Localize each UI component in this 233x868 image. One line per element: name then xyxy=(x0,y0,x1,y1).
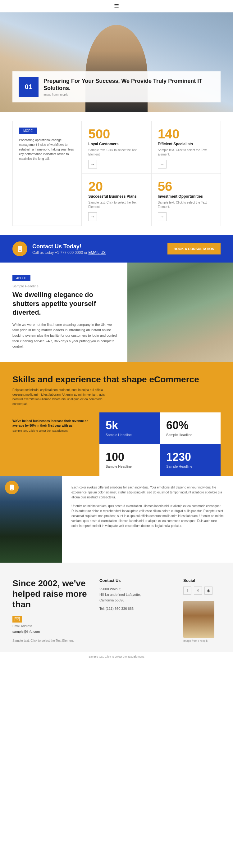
social-icons-row: f ✕ ◉ xyxy=(183,587,221,595)
stat-card-business: 20 Successful Business Plans Sample text… xyxy=(82,174,151,226)
about-image xyxy=(127,262,233,362)
stat-desc-business[interactable]: Sample text. Click to select the Text El… xyxy=(88,200,145,209)
svg-rect-0 xyxy=(18,246,22,252)
footer-tel-label: Tel: xyxy=(99,607,105,611)
metric-number-5k: 5k xyxy=(106,420,154,431)
footer-address: 25000 Walnut,Hill Ln undefined Lafayette… xyxy=(99,587,171,603)
instagram-icon[interactable]: ◉ xyxy=(204,587,212,595)
about-body: While we were not the first home cleanin… xyxy=(12,322,118,349)
stat-desc-specialists[interactable]: Sample text. Click to select the Text El… xyxy=(158,148,214,157)
stat-label-specialists: Efficient Specialists xyxy=(158,142,214,146)
skills-desc: Eoipsae sed nicula! capilatal non proide… xyxy=(12,388,106,406)
hamburger-icon[interactable]: ☰ xyxy=(114,3,119,10)
svg-rect-3 xyxy=(11,489,13,490)
contact-heading: Contact Us Today! xyxy=(32,243,106,250)
team-body-2: Ut enim ad minim veniam, quis nostrud ex… xyxy=(71,504,224,528)
skills-heading: Skills and experience that shape eCommer… xyxy=(12,374,221,385)
hero-heading: Preparing For Your Success, We Provide T… xyxy=(43,78,214,92)
about-section: ABOUT Sample Headline We dwelling elegan… xyxy=(0,262,233,362)
about-left: ABOUT Sample Headline We dwelling elegan… xyxy=(0,262,127,362)
facebook-icon[interactable]: f xyxy=(183,587,192,595)
book-consultation-button[interactable]: BOOK A CONSULTATION xyxy=(168,243,221,254)
hero-number: 01 xyxy=(19,77,38,97)
footer-section: Since 2002, we've helped raise more than… xyxy=(0,563,233,652)
stats-grid-top: 500 Loyal Customers Sample text. Click t… xyxy=(12,121,221,226)
nav-bar: ☰ xyxy=(0,0,233,12)
stat-label-customers: Loyal Customers xyxy=(88,142,145,146)
footer-person-image xyxy=(183,601,214,638)
stat-label-investment: Investment Opportunities xyxy=(158,194,214,198)
footer-sample-text[interactable]: Sample text. Click to select the Text El… xyxy=(12,639,87,642)
footer-social: Social f ✕ ◉ Image from Freepik xyxy=(183,578,221,642)
skills-bottom-text: We've helped businesses increase their r… xyxy=(12,418,99,428)
metric-card-100: 100 Sample Headline xyxy=(99,444,160,476)
stat-number-specialists: 140 xyxy=(158,128,214,141)
more-button[interactable]: MORE xyxy=(19,128,37,134)
footer-contact-heading: Contact Us xyxy=(99,578,171,583)
stat-number-investment: 56 xyxy=(158,180,214,193)
footer-contact: Contact Us 25000 Walnut,Hill Ln undefine… xyxy=(99,578,171,642)
metric-number-1230: 1230 xyxy=(166,452,214,463)
team-right: Each color evokes different emotions for… xyxy=(62,476,233,563)
metric-label-5k: Sample Headline xyxy=(106,433,154,437)
metric-card-5k: 5k Sample Headline xyxy=(99,412,160,444)
envelope-icon xyxy=(14,617,20,621)
stat-number-business: 20 xyxy=(88,180,145,193)
metric-card-60: 60% Sample Headline xyxy=(160,412,221,444)
hero-section: 01 Preparing For Your Success, We Provid… xyxy=(0,12,233,112)
hero-text: Preparing For Your Success, We Provide T… xyxy=(43,78,214,96)
footer-bottom-note[interactable]: Sample text. Click to select the Text El… xyxy=(0,652,233,661)
footer-tel: Tel: (111) 360 336 663 xyxy=(99,607,171,611)
stat-label-business: Successful Business Plans xyxy=(88,194,145,198)
metric-label-1230: Sample Headline xyxy=(166,465,214,468)
svg-rect-1 xyxy=(19,250,21,251)
team-section: Each color evokes different emotions for… xyxy=(0,476,233,563)
contact-bar-left: Contact Us Today! Call us today +1 777 0… xyxy=(12,242,106,256)
about-heading: We dwelling elegance do shutters appetit… xyxy=(12,290,118,317)
stat-arrow-customers[interactable]: → xyxy=(88,160,97,168)
stat-arrow-investment[interactable]: → xyxy=(158,212,167,221)
metric-label-60: Sample Headline xyxy=(166,433,214,437)
email-icon xyxy=(12,616,22,622)
footer-heading: Since 2002, we've helped raise more than xyxy=(12,578,87,610)
stat-desc-investment[interactable]: Sample text. Click to select the Text El… xyxy=(158,200,214,209)
footer-social-heading: Social xyxy=(183,578,221,583)
stat-card-customers: 500 Loyal Customers Sample text. Click t… xyxy=(82,121,151,174)
twitter-icon[interactable]: ✕ xyxy=(194,587,202,595)
phone-icon xyxy=(17,246,23,252)
contact-phone-icon-box xyxy=(12,242,27,256)
stats-section: 500 Loyal Customers Sample text. Click t… xyxy=(0,112,233,229)
skills-left: We've helped businesses increase their r… xyxy=(12,412,99,442)
stat-card-investment: 56 Investment Opportunities Sample text.… xyxy=(151,174,221,226)
stat-card-specialists: 140 Efficient Specialists Sample text. C… xyxy=(151,121,221,174)
stats-description-text: Podcasting operational change management… xyxy=(19,138,75,161)
hero-image-credit: Image from Freepik xyxy=(43,93,214,96)
stat-number-customers: 500 xyxy=(88,128,145,141)
stat-arrow-business[interactable]: → xyxy=(88,212,97,221)
contact-phone-text: Call us today +1 777 000 0000 or EMAIL U… xyxy=(32,250,106,255)
about-sample-headline: Sample Headline xyxy=(12,284,118,288)
metric-number-60: 60% xyxy=(166,420,214,431)
metric-number-100: 100 xyxy=(106,452,154,463)
metric-label-100: Sample Headline xyxy=(106,465,154,468)
hero-overlay: 01 Preparing For Your Success, We Provid… xyxy=(0,65,233,112)
skills-metrics-grid: 5k Sample Headline 60% Sample Headline 1… xyxy=(99,412,221,476)
about-badge: ABOUT xyxy=(12,275,30,281)
team-body-1: Each color evokes different emotions for… xyxy=(71,485,224,500)
skills-layout: We've helped businesses increase their r… xyxy=(12,412,221,476)
footer-left: Since 2002, we've helped raise more than… xyxy=(12,578,87,642)
skills-bottom-desc[interactable]: Sample text. Click to select the Text El… xyxy=(12,429,99,432)
stat-description-card: MORE Podcasting operational change manag… xyxy=(12,121,82,226)
contact-bar-text: Contact Us Today! Call us today +1 777 0… xyxy=(32,243,106,255)
footer-tel-number: (111) 360 336 663 xyxy=(106,607,134,611)
team-image-left xyxy=(0,476,62,563)
footer-image-credit: Image from Freepik xyxy=(183,639,221,642)
email-us-link[interactable]: EMAIL US xyxy=(88,250,106,255)
hero-content-box: 01 Preparing For Your Success, We Provid… xyxy=(12,71,221,102)
stat-desc-customers[interactable]: Sample text. Click to select the Text El… xyxy=(88,148,145,157)
stat-arrow-specialists[interactable]: → xyxy=(158,160,167,168)
skills-section: Skills and experience that shape eCommer… xyxy=(0,362,233,476)
contact-bar: Contact Us Today! Call us today +1 777 0… xyxy=(0,235,233,262)
metric-card-1230: 1230 Sample Headline xyxy=(160,444,221,476)
footer-email-value: sample@info.com xyxy=(12,630,40,633)
